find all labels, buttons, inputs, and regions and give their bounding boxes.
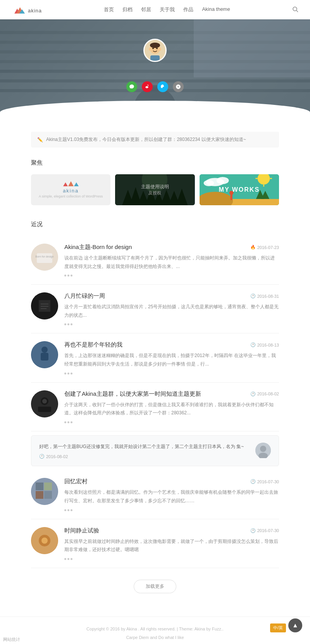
post-more-dots: [64, 323, 279, 325]
post-body: 时间静止试验 🕐 2016-07-30 其实很早之前就做过时间静止的特效，这次微…: [64, 527, 279, 560]
recent-section: 近况 Akina Born for design Akina主题-Born fo…: [31, 221, 279, 568]
comment-card: 好吧，第一个主题BUG还没修复完，我就开始设计第二个主题了，第二个主题主打日本风…: [31, 435, 279, 467]
card2-line2: 及授权: [141, 190, 169, 196]
post-thumbnail: [31, 527, 58, 554]
clock-icon: 🕐: [250, 479, 256, 484]
card2-content: 主题使用说明 及授权: [141, 184, 169, 196]
lang-switch-button[interactable]: 中/英: [270, 623, 286, 632]
comment-avatar: [255, 443, 271, 458]
svg-rect-74: [44, 483, 52, 490]
feature-card-myworks[interactable]: MY WORKS: [200, 174, 279, 205]
feature-cards: akina A simple, elegant collection of Wo…: [31, 174, 279, 205]
post-header: 回忆宏村 🕐 2016-07-30: [64, 478, 279, 485]
post-list: Akina Born for design Akina主题-Born for d…: [31, 236, 279, 431]
svg-point-3: [293, 7, 297, 11]
nav-works[interactable]: 作品: [183, 6, 193, 13]
post-more-dots: [64, 373, 279, 374]
card3-text: MY WORKS: [219, 186, 260, 193]
svg-rect-64: [41, 353, 48, 361]
post-thumbnail: Akina Born for design: [31, 244, 58, 271]
footer: Copyright © 2016 by Akina . All rights r…: [0, 617, 310, 644]
recent-title: 近况: [31, 221, 279, 230]
post-item: 再也不是那个年轻的我 🕐 2016-08-13 首先，上边那张迷迷糊糊的确是我，…: [31, 333, 279, 382]
post-header: 再也不是那个年轻的我 🕐 2016-08-13: [64, 341, 279, 349]
nav-home[interactable]: 首页: [104, 6, 114, 13]
post-item: 回忆宏村 🕐 2016-07-30 每次看到这些照片，都是满满的回忆。作为一个艺…: [31, 470, 279, 519]
nav-archive[interactable]: 归档: [122, 6, 133, 13]
featured-title: 聚焦: [31, 159, 279, 168]
post-date: 🔥 2016-07-23: [250, 245, 279, 250]
post-title[interactable]: 创建了Akina主题群，以便大家第一时间知道主题更新: [64, 390, 201, 398]
post-thumbnail: [31, 341, 58, 368]
wechat-button[interactable]: [126, 81, 137, 92]
post-date: 🕐 2016-07-30: [250, 528, 279, 533]
social-icons: [126, 81, 184, 92]
post-excerpt: 介于这两天，收到了一些小伙伴的打赏，但是微信上我又看不到谁谁打的，我就着更新小伙…: [64, 401, 279, 417]
feature-card-akina[interactable]: akina A simple, elegant collection of Wo…: [31, 174, 110, 205]
post-item: 时间静止试验 🕐 2016-07-30 其实很早之前就做过时间静止的特效，这次微…: [31, 519, 279, 568]
svg-point-67: [42, 399, 47, 404]
post-header: 八月忙碌的一周 🕐 2016-08-31: [64, 292, 279, 300]
post-body: 再也不是那个年轻的我 🕐 2016-08-13 首先，上边那张迷迷糊糊的确是我，…: [64, 341, 279, 374]
post-item: Akina Born for design Akina主题-Born for d…: [31, 236, 279, 285]
post-date: 🕐 2016-08-02: [250, 392, 279, 397]
akina-mountains: [63, 181, 79, 186]
feature-card-usage[interactable]: 主题使用说明 及授权: [115, 174, 195, 205]
svg-point-79: [41, 538, 48, 544]
clock-icon: 🕐: [39, 454, 45, 459]
post-excerpt: 这个月一直忙着给武汉消防局拍宣传片，25号开始拍摄，这几天也是累的够呛，通宵熬夜…: [64, 303, 279, 319]
qq-button[interactable]: [157, 81, 168, 92]
logo[interactable]: akina: [12, 4, 42, 15]
hot-icon: 🔥: [250, 245, 256, 250]
post-title[interactable]: 时间静止试验: [64, 527, 99, 534]
header: akina 首页 归档 邻居 关于我 作品 Akina theme: [0, 0, 310, 19]
nav-theme[interactable]: Akina theme: [202, 6, 230, 13]
notice-bar: ✏️ Akina主题V1.03免费发布，今日会有版本更新，所以创建了群：2803…: [31, 132, 279, 148]
comment-body: 好吧，第一个主题BUG还没修复完，我就开始设计第二个主题了，第二个主题主打日本风…: [39, 443, 250, 459]
clock-icon: 🕐: [250, 392, 256, 397]
svg-rect-75: [36, 491, 43, 499]
post-excerpt: 首先，上边那张迷迷糊糊的确是我，但是不是现在的我，拍摄于2012年，时隔四年 在…: [64, 352, 279, 368]
weibo-button[interactable]: [142, 81, 153, 92]
post-title[interactable]: 八月忙碌的一周: [64, 292, 105, 300]
post-body: 回忆宏村 🕐 2016-07-30 每次看到这些照片，都是满满的回忆。作为一个艺…: [64, 478, 279, 511]
svg-point-46: [203, 180, 214, 186]
akina-brand-text: akina: [63, 188, 79, 194]
svg-rect-27: [150, 55, 160, 61]
nav-neighbor[interactable]: 邻居: [141, 6, 151, 13]
svg-point-24: [156, 48, 158, 49]
post-title[interactable]: 再也不是那个年轻的我: [64, 341, 122, 349]
post-more-dots: [64, 509, 279, 511]
featured-section: 聚焦 akina A simple, elegant collection of…: [31, 159, 279, 205]
search-button[interactable]: [292, 6, 298, 14]
site-stats-link[interactable]: 网站统计: [0, 635, 23, 644]
post-excerpt: 每次看到这些照片，都是满满的回忆。作为一个艺术生，我很庆幸能够有机会随整个系的同…: [64, 488, 279, 505]
load-more-button[interactable]: 加载更多: [134, 580, 176, 593]
post-thumbnail: [31, 292, 58, 319]
post-list-2: 回忆宏村 🕐 2016-07-30 每次看到这些照片，都是满满的回忆。作为一个艺…: [31, 470, 279, 568]
main-nav: 首页 归档 邻居 关于我 作品 Akina theme: [104, 6, 230, 13]
svg-line-4: [296, 10, 298, 12]
post-more-dots: [64, 275, 279, 276]
svg-rect-55: [37, 253, 52, 263]
comment-date: 🕐 2016-08-02: [39, 454, 250, 459]
post-header: Akina主题-Born for design 🔥 2016-07-23: [64, 244, 279, 251]
clock-icon: 🕐: [250, 528, 256, 533]
avatar: [143, 39, 167, 62]
svg-point-23: [152, 48, 154, 49]
post-header: 创建了Akina主题群，以便大家第一时间知道主题更新 🕐 2016-08-02: [64, 390, 279, 398]
nav-about[interactable]: 关于我: [160, 6, 175, 13]
back-to-top-button[interactable]: ▲: [288, 618, 302, 632]
svg-rect-68: [38, 407, 51, 412]
post-body: 创建了Akina主题群，以便大家第一时间知道主题更新 🕐 2016-08-02 …: [64, 390, 279, 423]
post-title[interactable]: Akina主题-Born for design: [64, 244, 132, 251]
svg-rect-19: [194, 19, 310, 77]
post-item: 创建了Akina主题群，以便大家第一时间知道主题更新 🕐 2016-08-02 …: [31, 383, 279, 431]
post-more-dots: [64, 558, 279, 560]
post-body: Akina主题-Born for design 🔥 2016-07-23 说在前…: [64, 244, 279, 276]
post-date: 🕐 2016-07-30: [250, 479, 279, 484]
svg-point-63: [41, 347, 48, 353]
akina-card-content: akina A simple, elegant collection of Wo…: [39, 181, 103, 198]
post-title[interactable]: 回忆宏村: [64, 478, 88, 485]
other-social-button[interactable]: [173, 81, 184, 92]
